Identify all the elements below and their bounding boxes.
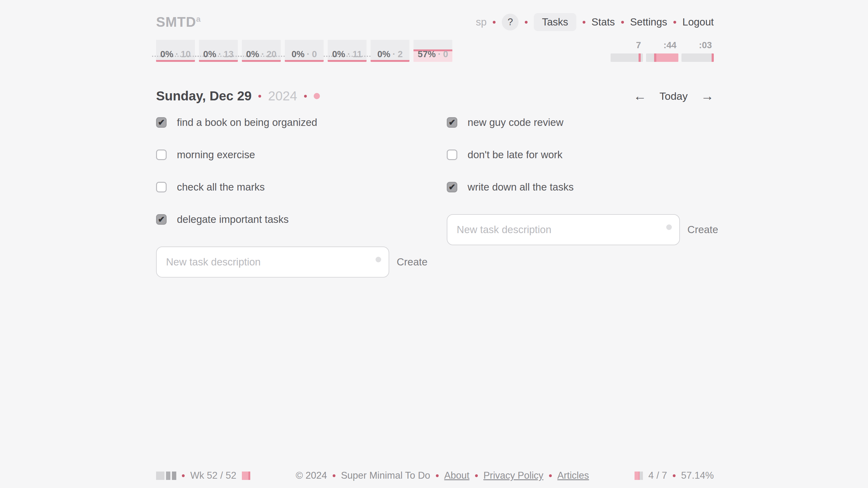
week-strip: 0%·10 0%·13 0%·20 0%·0 0%·11	[156, 40, 714, 62]
week-day-card-4[interactable]: 0%·0	[285, 40, 323, 62]
dot-separator-icon	[673, 474, 676, 477]
day-progress-fill	[156, 60, 195, 62]
create-task-button[interactable]: Create	[397, 256, 428, 268]
time-marker	[654, 54, 656, 62]
day-stats-label: 0%·0	[285, 49, 323, 59]
time-bar-track	[611, 54, 643, 62]
task-label[interactable]: new guy code review	[468, 117, 563, 128]
task-row: ✔ check all the marks	[156, 182, 428, 192]
time-marker	[639, 54, 641, 62]
dot-separator-icon	[673, 21, 676, 24]
time-bar-minute: :03	[681, 40, 714, 62]
time-indicator-bars: 7 :44 :03	[611, 40, 714, 62]
day-stats-label: 0%·2	[371, 49, 409, 59]
task-checkbox[interactable]: ✔	[156, 182, 167, 192]
week-day-cards: 0%·10 0%·13 0%·20 0%·0 0%·11	[156, 40, 452, 62]
app-name: Super Minimal To Do	[341, 470, 430, 481]
week-day-card-5[interactable]: 0%·11	[328, 40, 367, 62]
logo-superscript: a	[196, 14, 201, 24]
next-day-arrow[interactable]: →	[701, 90, 714, 103]
time-marker	[712, 54, 714, 62]
dot-separator-icon	[583, 21, 585, 24]
dot-separator-icon	[333, 474, 336, 477]
task-row: ✔ morning exercise	[156, 150, 428, 160]
task-column-left: ✔ find a book on being organized ✔ morni…	[156, 117, 428, 278]
time-bar-hour: :44	[646, 40, 678, 62]
page: SMTDa sp ? Tasks Stats Settings Logout 0…	[156, 0, 714, 488]
task-checkbox[interactable]: ✔	[156, 117, 167, 128]
date-year: 2024	[268, 89, 297, 103]
date-header-row: Sunday, Dec 29 2024 ← Today →	[156, 86, 714, 106]
day-stats-label: 0%·13	[199, 49, 238, 59]
week-counter: Wk 52 / 52	[190, 470, 236, 481]
new-task-input-wrap	[156, 247, 389, 278]
task-checkbox[interactable]: ✔	[447, 117, 457, 128]
new-task-row: Create	[156, 247, 428, 278]
date-header: Sunday, Dec 29 2024	[156, 89, 320, 103]
week-day-card-6[interactable]: 0%·2	[371, 40, 409, 62]
nav-logout[interactable]: Logout	[682, 16, 714, 28]
task-label[interactable]: don't be late for work	[468, 149, 562, 161]
footer-day-stats: 4 / 7 57.14%	[634, 470, 714, 481]
day-progress-fill	[328, 60, 367, 62]
task-checkbox[interactable]: ✔	[447, 150, 457, 160]
footer-links: © 2024 Super Minimal To Do About Privacy…	[296, 470, 589, 481]
ring-icon	[376, 257, 381, 262]
day-stats-label: 0%·11	[328, 49, 367, 59]
bar-blocks-icon	[156, 471, 176, 480]
task-checkbox[interactable]: ✔	[156, 150, 167, 160]
week-day-card-1[interactable]: 0%·10	[156, 40, 195, 62]
day-stats-label: 0%·10	[156, 49, 195, 59]
dot-separator-icon	[304, 95, 307, 98]
username[interactable]: sp	[476, 16, 487, 28]
articles-link[interactable]: Articles	[557, 470, 589, 481]
time-bar-track	[681, 54, 714, 62]
create-task-button[interactable]: Create	[687, 224, 718, 236]
day-progress-fill	[199, 60, 238, 62]
dot-separator-icon	[475, 474, 478, 477]
task-percentage: 57.14%	[681, 470, 714, 481]
nav-settings[interactable]: Settings	[630, 16, 667, 28]
dot-separator-icon	[525, 21, 528, 24]
time-bar-track	[646, 54, 678, 62]
task-row: ✔ write down all the tasks	[447, 182, 718, 192]
time-bar-label: 7	[611, 40, 643, 51]
new-task-input[interactable]	[156, 247, 389, 278]
date-navigation: ← Today →	[633, 90, 714, 103]
nav-tasks[interactable]: Tasks	[534, 13, 576, 31]
task-row: ✔ delegate important tasks	[156, 214, 428, 225]
time-bar-day: 7	[611, 40, 643, 62]
new-task-input[interactable]	[447, 214, 680, 245]
task-label[interactable]: write down all the tasks	[468, 181, 574, 193]
nav-stats[interactable]: Stats	[592, 16, 615, 28]
task-label[interactable]: delegate important tasks	[177, 214, 289, 225]
task-ratio: 4 / 7	[649, 470, 667, 481]
today-button[interactable]: Today	[659, 90, 688, 102]
week-day-card-today[interactable]: 57%·0	[413, 40, 452, 62]
day-stats-label: 57%·0	[413, 49, 452, 59]
week-day-card-3[interactable]: 0%·20	[242, 40, 281, 62]
task-columns: ✔ find a book on being organized ✔ morni…	[156, 117, 714, 278]
app-logo[interactable]: SMTDa	[156, 14, 201, 30]
checkmark-icon: ✔	[448, 119, 456, 127]
task-label[interactable]: morning exercise	[177, 149, 255, 161]
help-button[interactable]: ?	[502, 14, 519, 30]
privacy-policy-link[interactable]: Privacy Policy	[484, 470, 544, 481]
checkmark-icon: ✔	[158, 216, 165, 224]
top-bar: SMTDa sp ? Tasks Stats Settings Logout	[156, 12, 714, 32]
about-link[interactable]: About	[444, 470, 469, 481]
task-checkbox[interactable]: ✔	[156, 214, 167, 225]
checkmark-icon: ✔	[158, 119, 165, 127]
ring-icon	[666, 224, 672, 230]
time-bar-label: :03	[681, 40, 714, 51]
new-task-row: Create	[447, 214, 718, 245]
top-nav: sp ? Tasks Stats Settings Logout	[476, 13, 714, 31]
prev-day-arrow[interactable]: ←	[633, 90, 646, 103]
task-label[interactable]: find a book on being organized	[177, 117, 317, 128]
task-label[interactable]: check all the marks	[177, 181, 265, 193]
day-progress-icon	[634, 471, 643, 480]
task-checkbox[interactable]: ✔	[447, 182, 457, 192]
day-stats-label: 0%·20	[242, 49, 281, 59]
week-day-card-2[interactable]: 0%·13	[199, 40, 238, 62]
dot-separator-icon	[493, 21, 496, 24]
